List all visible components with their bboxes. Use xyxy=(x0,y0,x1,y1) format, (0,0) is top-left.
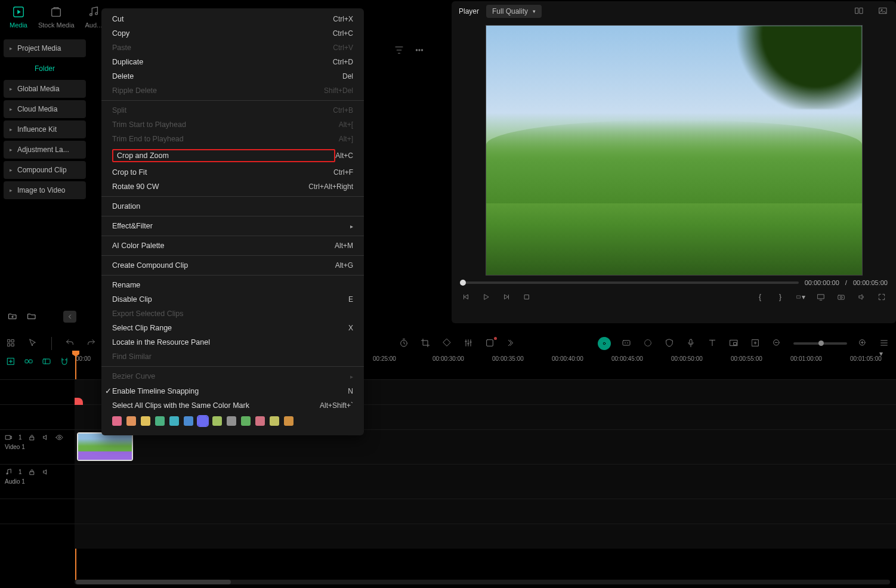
color-swatch[interactable] xyxy=(255,416,265,426)
lock-icon[interactable] xyxy=(28,468,36,476)
compare-icon[interactable] xyxy=(854,6,865,17)
picture-icon[interactable] xyxy=(878,6,889,17)
mic-icon[interactable] xyxy=(686,338,697,349)
fit-icon[interactable] xyxy=(750,338,761,349)
ctx-snapping[interactable]: ✓Enable Timeline SnappingN xyxy=(101,383,364,398)
sidebar-cloud-media[interactable]: ▸Cloud Media xyxy=(4,100,86,118)
zoom-slider[interactable] xyxy=(793,342,847,345)
ctx-create-compound[interactable]: Create Compound ClipAlt+G xyxy=(101,258,364,273)
collapse-sidebar-button[interactable] xyxy=(63,311,76,323)
player-seek-bar[interactable] xyxy=(460,281,799,284)
next-frame-button[interactable] xyxy=(502,292,511,302)
ctx-disable-clip[interactable]: Disable ClipE xyxy=(101,292,364,307)
ctx-rename[interactable]: Rename xyxy=(101,278,364,292)
color-swatch[interactable] xyxy=(141,416,150,426)
ctx-crop-fit[interactable]: Crop to FitCtrl+F xyxy=(101,165,364,180)
cc-icon[interactable] xyxy=(622,338,632,349)
sidebar-project-media[interactable]: ▸Project Media xyxy=(4,39,86,57)
more-icon[interactable] xyxy=(414,45,425,55)
text-tool-icon[interactable] xyxy=(707,338,718,349)
tab-audio[interactable]: Aud... xyxy=(85,5,103,29)
group-icon[interactable] xyxy=(42,357,51,366)
sidebar-global-media[interactable]: ▸Global Media xyxy=(4,80,86,98)
folder-icon[interactable] xyxy=(26,311,37,321)
ctx-select-range[interactable]: Select Clip RangeX xyxy=(101,321,364,335)
chevron-right-icon: ▸ xyxy=(10,106,13,112)
prev-frame-button[interactable] xyxy=(461,292,471,302)
color-swatch[interactable] xyxy=(284,416,293,426)
new-folder-icon[interactable] xyxy=(7,311,18,321)
svg-point-39 xyxy=(58,437,60,438)
video-preview[interactable] xyxy=(486,25,863,276)
fullscreen-icon[interactable] xyxy=(877,292,886,302)
filter-icon[interactable] xyxy=(394,45,404,55)
timer-icon[interactable] xyxy=(399,338,410,349)
crop-tool-icon[interactable] xyxy=(421,338,431,349)
color-swatch[interactable] xyxy=(184,416,193,426)
audio-track-1: 1 Audio 1 xyxy=(0,464,896,499)
cursor-icon[interactable] xyxy=(27,338,38,349)
ai-circle-icon[interactable] xyxy=(598,337,611,350)
ctx-copy[interactable]: CopyCtrl+C xyxy=(101,26,364,41)
ctx-locate[interactable]: Locate in the Resource Panel xyxy=(101,335,364,349)
sidebar-folder[interactable]: Folder xyxy=(4,60,86,78)
expand-icon[interactable] xyxy=(506,338,517,349)
play-button[interactable] xyxy=(481,292,491,302)
ctx-ai-color[interactable]: AI Color PaletteAlt+M xyxy=(101,239,364,253)
display-icon[interactable] xyxy=(816,292,826,302)
color-swatch[interactable] xyxy=(126,416,136,426)
color-swatch[interactable] xyxy=(169,416,179,426)
visibility-icon[interactable] xyxy=(55,434,63,441)
mark-in-icon[interactable]: { xyxy=(755,292,765,302)
mute-icon[interactable] xyxy=(857,292,866,302)
snapshot-icon[interactable] xyxy=(836,292,846,302)
tag-icon[interactable] xyxy=(442,338,453,349)
picture-in-picture-icon[interactable] xyxy=(729,338,740,349)
video-clip[interactable] xyxy=(77,432,133,461)
tab-stock-media[interactable]: Stock Media xyxy=(38,5,75,29)
color-swatch[interactable] xyxy=(212,416,222,426)
redo-icon[interactable] xyxy=(86,338,97,349)
ctx-duration[interactable]: Duration xyxy=(101,199,364,213)
sidebar-adjustment-layer[interactable]: ▸Adjustment La... xyxy=(4,141,86,159)
effects-icon[interactable] xyxy=(485,338,496,349)
adjust-icon[interactable] xyxy=(464,338,474,349)
stop-button[interactable] xyxy=(522,292,532,302)
color-swatch[interactable] xyxy=(112,416,122,426)
sidebar-image-to-video[interactable]: ▸Image to Video xyxy=(4,181,86,199)
color-swatch[interactable] xyxy=(198,416,208,426)
ctx-cut[interactable]: CutCtrl+X xyxy=(101,12,364,26)
ctx-delete[interactable]: DeleteDel xyxy=(101,69,364,83)
record-icon[interactable] xyxy=(643,338,654,349)
zoom-out-icon[interactable] xyxy=(772,338,783,349)
undo-icon[interactable] xyxy=(65,338,76,349)
sidebar-influence-kit[interactable]: ▸Influence Kit xyxy=(4,120,86,138)
link-icon[interactable] xyxy=(24,357,33,366)
zoom-in-icon[interactable] xyxy=(858,338,869,349)
grid-icon[interactable] xyxy=(6,338,17,349)
mute-track-icon[interactable] xyxy=(42,434,50,441)
mute-track-icon[interactable] xyxy=(42,468,50,476)
color-swatch[interactable] xyxy=(227,416,236,426)
audio-lane-1[interactable] xyxy=(75,465,896,499)
magnet-icon[interactable] xyxy=(60,357,69,366)
tab-media[interactable]: Media xyxy=(10,5,27,29)
sidebar-compound-clip[interactable]: ▸Compound Clip xyxy=(4,161,86,179)
mark-out-icon[interactable]: } xyxy=(775,292,785,302)
ctx-crop-zoom[interactable]: Crop and ZoomAlt+C xyxy=(101,146,364,165)
svg-point-24 xyxy=(603,342,605,345)
aspect-dropdown[interactable]: ▾ xyxy=(796,292,805,302)
add-track-icon[interactable] xyxy=(6,357,16,366)
timeline-scrollbar[interactable] xyxy=(75,580,890,584)
shield-icon[interactable] xyxy=(665,338,675,349)
quality-dropdown[interactable]: Full Quality▾ xyxy=(486,5,542,18)
ctx-effect-filter[interactable]: Effect&Filter▸ xyxy=(101,219,364,233)
ctx-select-same-color[interactable]: Select All Clips with the Same Color Mar… xyxy=(101,398,364,413)
track-options-icon[interactable]: ▾ xyxy=(879,338,890,349)
color-swatch[interactable] xyxy=(270,416,279,426)
ctx-duplicate[interactable]: DuplicateCtrl+D xyxy=(101,55,364,69)
color-swatch[interactable] xyxy=(155,416,165,426)
lock-icon[interactable] xyxy=(28,434,36,441)
color-swatch[interactable] xyxy=(241,416,251,426)
ctx-rotate[interactable]: Rotate 90 CWCtrl+Alt+Right xyxy=(101,180,364,194)
